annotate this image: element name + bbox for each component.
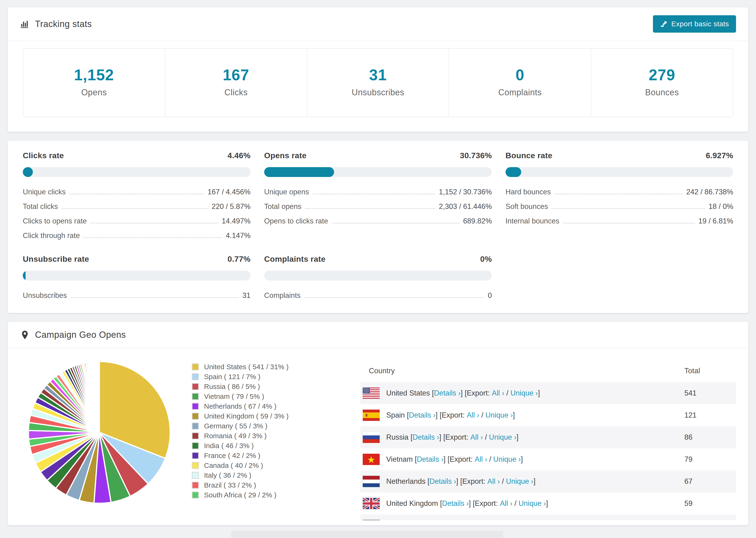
- country-name: Vietnam: [386, 455, 415, 463]
- summary-label: Unsubscribes: [307, 87, 449, 97]
- legend-item-vietnam[interactable]: Vietnam ( 79 / 5% ): [192, 392, 323, 402]
- legend-item-france[interactable]: France ( 42 / 2% ): [192, 451, 323, 460]
- geo-opens-pie-chart[interactable]: [27, 360, 172, 505]
- export-unique-link[interactable]: Unique ›: [485, 411, 513, 419]
- summary-row: 1,152 Opens 167 Clicks 31 Unsubscribes 0…: [23, 48, 733, 117]
- legend-item-netherlands[interactable]: Netherlands ( 67 / 4% ): [192, 402, 323, 411]
- rate-stat-label: Internal bounces: [506, 217, 559, 225]
- export-all-link[interactable]: All ›: [492, 389, 504, 398]
- export-all-link[interactable]: All ›: [470, 433, 483, 442]
- legend-swatch: [192, 422, 199, 430]
- details-link[interactable]: Details ›: [429, 477, 456, 486]
- rate-stat-label: Unique opens: [264, 188, 309, 196]
- pie-slice[interactable]: [99, 361, 99, 432]
- export-all-link[interactable]: All ›: [500, 499, 512, 508]
- rate-card-unsubscribe-rate: Unsubscribe rate 0.77% Unsubscribes 31: [23, 254, 250, 300]
- rate-stat-label: Soft bounces: [506, 202, 548, 211]
- tracking-stats-page: Tracking stats Export basic stats 1,152 …: [0, 0, 756, 538]
- export-all-link[interactable]: All ›: [467, 411, 479, 419]
- details-link[interactable]: Details ›: [409, 411, 436, 419]
- flag-icon-gb: [363, 498, 380, 509]
- geo-table-row-de: Germany [Details ›] [Export: All › / Uni…: [360, 514, 736, 520]
- export-all-link[interactable]: All ›: [487, 477, 500, 486]
- legend-item-italy[interactable]: Italy ( 36 / 2% ): [192, 470, 323, 480]
- rate-stat-row: Hard bounces 242 / 86.738%: [506, 188, 733, 196]
- legend-item-brazil[interactable]: Brazil ( 33 / 2% ): [192, 480, 323, 490]
- legend-swatch: [192, 472, 199, 479]
- summary-box-unsubscribes: 31 Unsubscribes: [307, 49, 449, 117]
- legend-item-russia[interactable]: Russia ( 86 / 5% ): [192, 382, 323, 392]
- export-unique-link[interactable]: Unique ›: [489, 433, 516, 442]
- summary-label: Clicks: [165, 87, 307, 97]
- country-total: 67: [684, 470, 736, 493]
- legend-item-india[interactable]: India ( 46 / 3% ): [192, 441, 323, 451]
- geo-table-wrap: Country Total United States [Details ›] …: [360, 360, 736, 520]
- details-link[interactable]: Details ›: [434, 389, 460, 398]
- dotted-leader: [304, 297, 484, 298]
- legend-label: Vietnam ( 79 / 5% ): [204, 393, 264, 401]
- legend-item-united-states[interactable]: United States ( 541 / 31% ): [192, 362, 323, 372]
- details-link[interactable]: Details ›: [442, 499, 469, 508]
- summary-box-bounces: 279 Bounces: [591, 49, 733, 117]
- details-link[interactable]: Details ›: [417, 455, 444, 463]
- geo-table-row-gb: United Kingdom [Details ›] [Export: All …: [360, 493, 736, 514]
- country-name: United Kingdom: [386, 499, 440, 508]
- dotted-leader: [90, 223, 218, 224]
- geo-content: United States ( 541 / 31% ) Spain ( 121 …: [8, 348, 748, 520]
- tracking-stats-card: Tracking stats Export basic stats 1,152 …: [8, 7, 748, 132]
- rate-card-complaints-rate: Complaints rate 0% Complaints 0: [264, 254, 492, 300]
- legend-label: Brazil ( 33 / 2% ): [204, 481, 256, 489]
- legend-label: Spain ( 121 / 7% ): [204, 373, 260, 381]
- export-basic-stats-button[interactable]: Export basic stats: [653, 15, 736, 32]
- tracking-stats-header: Tracking stats Export basic stats: [8, 7, 748, 41]
- flag-icon-nl: [363, 476, 380, 487]
- rates-grid: Clicks rate 4.46% Unique clicks 167 / 4.…: [8, 140, 748, 313]
- rate-stat-value: 1,152 / 30.736%: [439, 188, 492, 196]
- horizontal-scrollbar-thumb[interactable]: [231, 531, 503, 538]
- dotted-leader: [71, 297, 239, 298]
- details-link[interactable]: Details ›: [412, 433, 439, 442]
- summary-box-clicks: 167 Clicks: [165, 49, 307, 117]
- geo-table-row-es: Spain [Details ›] [Export: All › / Uniqu…: [360, 404, 736, 426]
- legend-swatch: [192, 413, 199, 420]
- rate-title: Complaints rate: [264, 254, 325, 264]
- legend-swatch: [192, 393, 199, 400]
- legend-label: United States ( 541 / 31% ): [204, 363, 289, 371]
- legend-item-canada[interactable]: Canada ( 40 / 2% ): [192, 460, 323, 470]
- rate-stat-label: Total clicks: [23, 202, 58, 211]
- rate-value: 30.736%: [460, 151, 492, 160]
- rate-progress-track: [23, 271, 250, 281]
- rate-progress-track: [264, 167, 492, 177]
- rate-stat-label: Unique clicks: [23, 188, 66, 196]
- country-name: Russia: [386, 433, 410, 442]
- legend-item-united-kingdom[interactable]: United Kingdom ( 59 / 3% ): [192, 411, 323, 421]
- legend-item-spain[interactable]: Spain ( 121 / 7% ): [192, 372, 323, 382]
- export-unique-link[interactable]: Unique ›: [518, 499, 546, 508]
- export-unique-link[interactable]: Unique ›: [511, 389, 538, 398]
- rate-stat-value: 19 / 6.81%: [698, 217, 733, 225]
- rate-stat-row: Complaints 0: [264, 291, 492, 300]
- rate-stat-value: 14.497%: [222, 217, 250, 225]
- export-unique-link[interactable]: Unique ›: [493, 455, 521, 463]
- page-title: Tracking stats: [35, 19, 92, 29]
- rate-progress-track: [264, 271, 492, 281]
- summary-value: 0: [449, 66, 591, 84]
- rate-stat-value: 4.147%: [226, 232, 250, 240]
- legend-item-romania[interactable]: Romania ( 49 / 3% ): [192, 431, 323, 441]
- export-all-link[interactable]: All ›: [475, 455, 487, 463]
- rate-stat-label: Hard bounces: [506, 188, 551, 196]
- legend-swatch: [192, 462, 199, 469]
- legend-label: France ( 42 / 2% ): [204, 452, 260, 459]
- country-name: United States: [386, 389, 432, 398]
- geo-table-header-country: Country: [360, 360, 684, 382]
- legend-swatch: [192, 383, 199, 390]
- legend-label: Netherlands ( 67 / 4% ): [204, 402, 276, 410]
- country-total: 121: [684, 404, 736, 426]
- rate-stat-label: Clicks to opens rate: [23, 217, 87, 225]
- dotted-leader: [552, 208, 705, 209]
- export-unique-link[interactable]: Unique ›: [506, 477, 533, 486]
- rates-card: Clicks rate 4.46% Unique clicks 167 / 4.…: [8, 140, 748, 313]
- legend-item-south-africa[interactable]: South Africa ( 29 / 2% ): [192, 490, 323, 500]
- summary-value: 167: [165, 66, 307, 84]
- legend-item-germany[interactable]: Germany ( 55 / 3% ): [192, 421, 323, 431]
